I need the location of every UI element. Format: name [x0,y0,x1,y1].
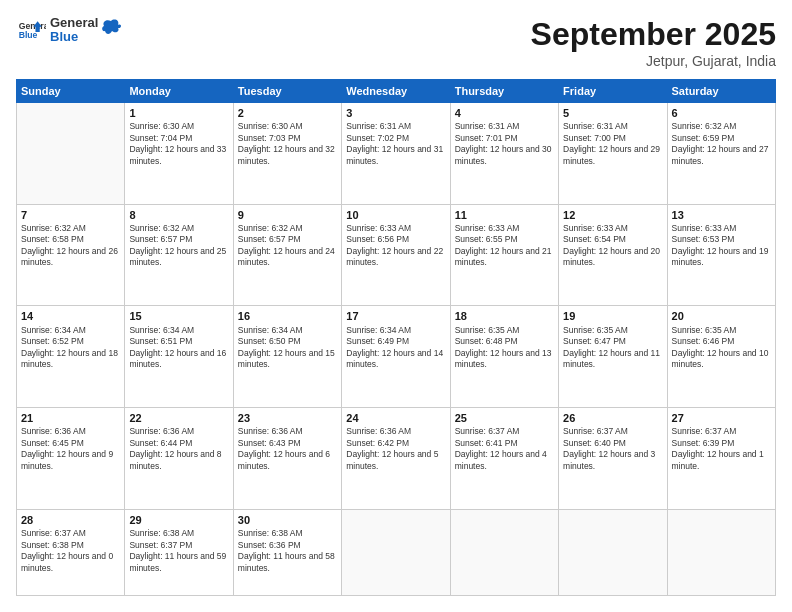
month-title: September 2025 [531,16,776,53]
weekday-header-thursday: Thursday [450,80,558,103]
day-info: Sunrise: 6:37 AMSunset: 6:40 PMDaylight:… [563,426,662,472]
svg-text:Blue: Blue [19,30,38,40]
day-info: Sunrise: 6:36 AMSunset: 6:44 PMDaylight:… [129,426,228,472]
calendar-cell: 4Sunrise: 6:31 AMSunset: 7:01 PMDaylight… [450,103,558,205]
logo: General Blue General Blue [16,16,122,45]
calendar-cell: 26Sunrise: 6:37 AMSunset: 6:40 PMDayligh… [559,408,667,510]
calendar-cell: 8Sunrise: 6:32 AMSunset: 6:57 PMDaylight… [125,204,233,306]
calendar-cell [17,103,125,205]
day-number: 2 [238,106,337,120]
weekday-header-monday: Monday [125,80,233,103]
calendar-cell: 25Sunrise: 6:37 AMSunset: 6:41 PMDayligh… [450,408,558,510]
calendar-cell: 19Sunrise: 6:35 AMSunset: 6:47 PMDayligh… [559,306,667,408]
calendar-cell: 10Sunrise: 6:33 AMSunset: 6:56 PMDayligh… [342,204,450,306]
day-number: 18 [455,309,554,323]
day-info: Sunrise: 6:34 AMSunset: 6:49 PMDaylight:… [346,325,445,371]
day-info: Sunrise: 6:33 AMSunset: 6:53 PMDaylight:… [672,223,771,269]
week-row-1: 1Sunrise: 6:30 AMSunset: 7:04 PMDaylight… [17,103,776,205]
calendar-cell [450,509,558,595]
day-number: 16 [238,309,337,323]
day-number: 13 [672,208,771,222]
day-number: 12 [563,208,662,222]
day-number: 26 [563,411,662,425]
day-info: Sunrise: 6:31 AMSunset: 7:01 PMDaylight:… [455,121,554,167]
logo-general: General [50,16,98,30]
day-info: Sunrise: 6:33 AMSunset: 6:55 PMDaylight:… [455,223,554,269]
day-info: Sunrise: 6:35 AMSunset: 6:48 PMDaylight:… [455,325,554,371]
calendar-table: SundayMondayTuesdayWednesdayThursdayFrid… [16,79,776,596]
calendar-cell: 27Sunrise: 6:37 AMSunset: 6:39 PMDayligh… [667,408,775,510]
day-info: Sunrise: 6:37 AMSunset: 6:38 PMDaylight:… [21,528,120,574]
day-number: 21 [21,411,120,425]
day-number: 24 [346,411,445,425]
calendar-cell: 21Sunrise: 6:36 AMSunset: 6:45 PMDayligh… [17,408,125,510]
day-info: Sunrise: 6:31 AMSunset: 7:00 PMDaylight:… [563,121,662,167]
day-info: Sunrise: 6:32 AMSunset: 6:57 PMDaylight:… [129,223,228,269]
day-info: Sunrise: 6:35 AMSunset: 6:47 PMDaylight:… [563,325,662,371]
day-info: Sunrise: 6:30 AMSunset: 7:04 PMDaylight:… [129,121,228,167]
day-number: 8 [129,208,228,222]
calendar-cell: 18Sunrise: 6:35 AMSunset: 6:48 PMDayligh… [450,306,558,408]
day-number: 19 [563,309,662,323]
logo-bird-icon [100,17,122,39]
day-number: 23 [238,411,337,425]
calendar-cell: 1Sunrise: 6:30 AMSunset: 7:04 PMDaylight… [125,103,233,205]
calendar-cell: 5Sunrise: 6:31 AMSunset: 7:00 PMDaylight… [559,103,667,205]
day-info: Sunrise: 6:30 AMSunset: 7:03 PMDaylight:… [238,121,337,167]
weekday-header-friday: Friday [559,80,667,103]
calendar-cell [559,509,667,595]
week-row-5: 28Sunrise: 6:37 AMSunset: 6:38 PMDayligh… [17,509,776,595]
page: General Blue General Blue September 2025… [0,0,792,612]
day-info: Sunrise: 6:38 AMSunset: 6:36 PMDaylight:… [238,528,337,574]
logo-blue: Blue [50,30,98,44]
day-info: Sunrise: 6:33 AMSunset: 6:56 PMDaylight:… [346,223,445,269]
day-number: 3 [346,106,445,120]
calendar-cell: 16Sunrise: 6:34 AMSunset: 6:50 PMDayligh… [233,306,341,408]
calendar-cell [342,509,450,595]
day-info: Sunrise: 6:37 AMSunset: 6:39 PMDaylight:… [672,426,771,472]
calendar-cell: 9Sunrise: 6:32 AMSunset: 6:57 PMDaylight… [233,204,341,306]
day-number: 27 [672,411,771,425]
week-row-3: 14Sunrise: 6:34 AMSunset: 6:52 PMDayligh… [17,306,776,408]
day-info: Sunrise: 6:32 AMSunset: 6:59 PMDaylight:… [672,121,771,167]
day-number: 15 [129,309,228,323]
calendar-cell: 6Sunrise: 6:32 AMSunset: 6:59 PMDaylight… [667,103,775,205]
day-number: 22 [129,411,228,425]
day-info: Sunrise: 6:36 AMSunset: 6:43 PMDaylight:… [238,426,337,472]
day-number: 9 [238,208,337,222]
calendar-cell: 11Sunrise: 6:33 AMSunset: 6:55 PMDayligh… [450,204,558,306]
week-row-4: 21Sunrise: 6:36 AMSunset: 6:45 PMDayligh… [17,408,776,510]
title-block: September 2025 Jetpur, Gujarat, India [531,16,776,69]
day-info: Sunrise: 6:36 AMSunset: 6:42 PMDaylight:… [346,426,445,472]
day-number: 20 [672,309,771,323]
day-info: Sunrise: 6:31 AMSunset: 7:02 PMDaylight:… [346,121,445,167]
day-info: Sunrise: 6:34 AMSunset: 6:51 PMDaylight:… [129,325,228,371]
day-number: 30 [238,513,337,527]
calendar-cell: 22Sunrise: 6:36 AMSunset: 6:44 PMDayligh… [125,408,233,510]
day-number: 25 [455,411,554,425]
weekday-header-saturday: Saturday [667,80,775,103]
calendar-cell: 15Sunrise: 6:34 AMSunset: 6:51 PMDayligh… [125,306,233,408]
day-info: Sunrise: 6:32 AMSunset: 6:58 PMDaylight:… [21,223,120,269]
day-number: 4 [455,106,554,120]
calendar-cell [667,509,775,595]
day-number: 1 [129,106,228,120]
weekday-header-row: SundayMondayTuesdayWednesdayThursdayFrid… [17,80,776,103]
day-number: 17 [346,309,445,323]
day-number: 6 [672,106,771,120]
calendar-cell: 28Sunrise: 6:37 AMSunset: 6:38 PMDayligh… [17,509,125,595]
day-info: Sunrise: 6:33 AMSunset: 6:54 PMDaylight:… [563,223,662,269]
weekday-header-wednesday: Wednesday [342,80,450,103]
calendar-cell: 12Sunrise: 6:33 AMSunset: 6:54 PMDayligh… [559,204,667,306]
calendar-cell: 7Sunrise: 6:32 AMSunset: 6:58 PMDaylight… [17,204,125,306]
day-number: 7 [21,208,120,222]
day-number: 14 [21,309,120,323]
day-info: Sunrise: 6:38 AMSunset: 6:37 PMDaylight:… [129,528,228,574]
calendar-cell: 23Sunrise: 6:36 AMSunset: 6:43 PMDayligh… [233,408,341,510]
calendar-cell: 2Sunrise: 6:30 AMSunset: 7:03 PMDaylight… [233,103,341,205]
calendar-cell: 14Sunrise: 6:34 AMSunset: 6:52 PMDayligh… [17,306,125,408]
calendar-cell: 3Sunrise: 6:31 AMSunset: 7:02 PMDaylight… [342,103,450,205]
day-info: Sunrise: 6:34 AMSunset: 6:52 PMDaylight:… [21,325,120,371]
day-number: 10 [346,208,445,222]
calendar-cell: 13Sunrise: 6:33 AMSunset: 6:53 PMDayligh… [667,204,775,306]
